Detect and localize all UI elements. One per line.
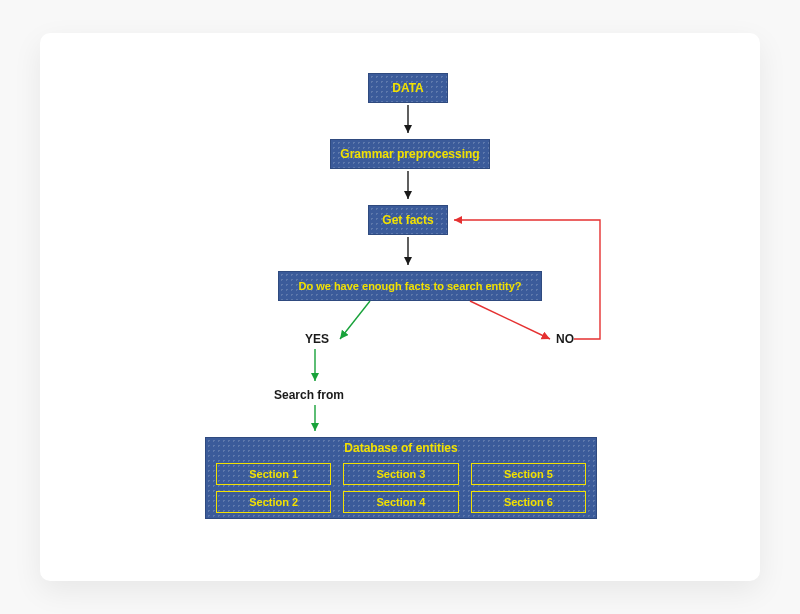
node-grammar-preprocessing: Grammar preprocessing [330,139,490,169]
node-database: Database of entities Section 1 Section 3… [205,437,597,519]
database-section: Section 2 [216,491,331,513]
label-yes: YES [305,332,329,346]
label-search-from: Search from [274,388,344,402]
diagram-card: DATA Grammar preprocessing Get facts Do … [40,33,760,581]
database-section: Section 5 [471,463,586,485]
node-get-facts: Get facts [368,205,448,235]
database-section: Section 4 [343,491,458,513]
node-data: DATA [368,73,448,103]
database-sections-grid: Section 1 Section 3 Section 5 Section 2 … [216,463,586,513]
node-decision: Do we have enough facts to search entity… [278,271,542,301]
database-section: Section 6 [471,491,586,513]
database-section: Section 1 [216,463,331,485]
database-title: Database of entities [344,441,457,455]
database-section: Section 3 [343,463,458,485]
label-no: NO [556,332,574,346]
diagram-canvas: DATA Grammar preprocessing Get facts Do … [0,0,800,614]
